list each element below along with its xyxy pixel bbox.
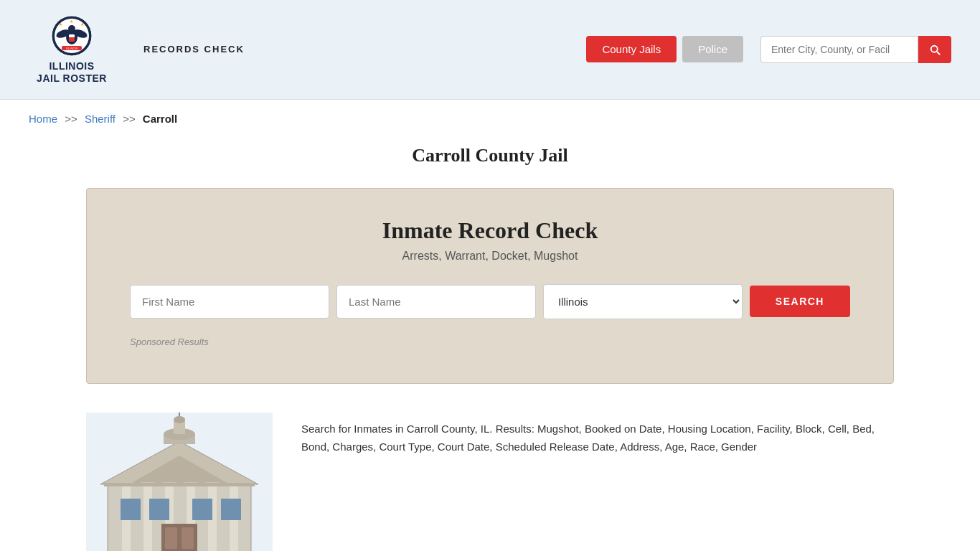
page-title: Carroll County Jail (0, 145, 980, 166)
courthouse-svg (86, 413, 273, 551)
search-icon (928, 43, 941, 56)
svg-text:★: ★ (59, 22, 62, 27)
inmate-search-title: Inmate Record Check (130, 217, 850, 244)
inmate-search-box: Inmate Record Check Arrests, Warrant, Do… (86, 188, 894, 384)
breadcrumb-current: Carroll (143, 113, 177, 125)
svg-rect-8 (69, 34, 75, 37)
inmate-search-button[interactable]: SEARCH (750, 286, 850, 317)
county-jails-button[interactable]: County Jails (586, 36, 677, 62)
breadcrumb-home-link[interactable]: Home (29, 113, 57, 125)
svg-rect-37 (149, 499, 169, 520)
first-name-input[interactable] (130, 285, 329, 319)
search-form-row: AlabamaAlaskaArizonaArkansasCaliforniaCo… (130, 284, 850, 319)
header-search-button[interactable] (918, 36, 951, 63)
inmate-search-subtitle: Arrests, Warrant, Docket, Mugshot (130, 250, 850, 263)
svg-rect-39 (221, 499, 241, 520)
breadcrumb-sep-1: >> (65, 113, 77, 125)
police-button[interactable]: Police (682, 36, 743, 62)
header-search-input[interactable] (760, 36, 918, 63)
courthouse-image (86, 413, 273, 551)
description-text: Search for Inmates in Carroll County, IL… (301, 413, 894, 456)
svg-rect-45 (104, 483, 255, 486)
logo-area: ★ ★ ★ ILLINOIS ILLINOISJAIL ROSTER (29, 14, 115, 85)
svg-rect-36 (121, 499, 141, 520)
svg-rect-33 (182, 527, 194, 549)
bottom-section: Search for Inmates in Carroll County, IL… (0, 405, 980, 551)
site-header: ★ ★ ★ ILLINOIS ILLINOISJAIL ROSTER RECOR… (0, 0, 980, 100)
records-check-label: RECORDS CHECK (143, 44, 245, 55)
state-select[interactable]: AlabamaAlaskaArizonaArkansasCaliforniaCo… (543, 284, 743, 319)
svg-text:★: ★ (70, 19, 73, 24)
svg-rect-38 (192, 499, 212, 520)
breadcrumb: Home >> Sheriff >> Carroll (0, 100, 980, 138)
breadcrumb-sheriff-link[interactable]: Sheriff (85, 113, 116, 125)
header-search-bar (760, 36, 951, 63)
last-name-input[interactable] (336, 285, 536, 319)
svg-point-43 (174, 416, 185, 423)
breadcrumb-sep-2: >> (123, 113, 136, 125)
state-seal-icon: ★ ★ ★ ILLINOIS (50, 14, 93, 57)
svg-text:★: ★ (80, 22, 84, 27)
svg-rect-32 (165, 527, 177, 549)
sponsored-results-label: Sponsored Results (130, 336, 850, 347)
logo-text: ILLINOISJAIL ROSTER (37, 60, 107, 85)
svg-text:ILLINOIS: ILLINOIS (66, 47, 78, 50)
header-nav: County Jails Police (586, 36, 951, 63)
